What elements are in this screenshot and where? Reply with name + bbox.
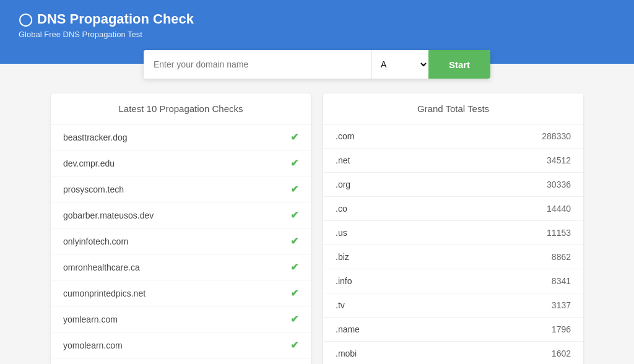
tld-label: .info bbox=[336, 276, 352, 286]
list-item: .net 34512 bbox=[323, 149, 583, 173]
list-item: .us 11153 bbox=[323, 221, 583, 245]
tld-count: 8862 bbox=[552, 252, 571, 262]
status-check-icon: ✔ bbox=[290, 261, 298, 273]
tld-count: 11153 bbox=[547, 228, 571, 238]
status-check-icon: ✔ bbox=[290, 209, 298, 221]
latest-checks-list: beasttracker.dog ✔ dev.cmpr.edu ✔ prosys… bbox=[51, 124, 311, 364]
list-item[interactable]: cumonprintedpics.net ✔ bbox=[51, 280, 311, 306]
globe-icon: ◯ bbox=[19, 12, 32, 27]
tld-count: 1602 bbox=[552, 349, 571, 358]
list-item[interactable]: beasttracker.dog ✔ bbox=[51, 124, 311, 150]
list-item: .co 14440 bbox=[323, 197, 583, 221]
record-type-select[interactable]: A AAAA CNAME MX NS TXT SOA SRV bbox=[371, 50, 428, 79]
list-item[interactable]: yomlearn.com ✔ bbox=[51, 306, 311, 332]
tld-label: .co bbox=[336, 204, 347, 214]
site-title: ◯ DNS Propagation Check bbox=[19, 11, 615, 27]
tld-count: 1796 bbox=[552, 324, 571, 334]
list-item[interactable]: yomolearn.com ✔ bbox=[51, 332, 311, 358]
domain-label: gobarber.mateusos.dev bbox=[63, 210, 154, 220]
status-check-icon: ✔ bbox=[290, 313, 298, 325]
list-item: .tv 3137 bbox=[323, 293, 583, 318]
domain-label: yomolearn.com bbox=[63, 340, 123, 350]
tld-count: 3137 bbox=[552, 300, 571, 310]
domain-label: yomlearn.com bbox=[63, 314, 118, 324]
status-check-icon: ✔ bbox=[290, 235, 298, 247]
tld-label: .us bbox=[336, 228, 347, 238]
start-button[interactable]: Start bbox=[428, 50, 490, 79]
tld-label: .com bbox=[336, 131, 354, 141]
domain-label: omronhealthcare.ca bbox=[63, 262, 140, 272]
list-item[interactable]: prosyscom.tech ✔ bbox=[51, 176, 311, 202]
tld-label: .tv bbox=[336, 300, 345, 310]
list-item[interactable]: omronhealthcare.ca ✔ bbox=[51, 254, 311, 280]
list-item: .mobi 1602 bbox=[323, 342, 583, 364]
list-item: .org 30336 bbox=[323, 173, 583, 197]
tld-count: 34512 bbox=[547, 155, 571, 165]
list-item[interactable]: onlyinfotech.com ✔ bbox=[51, 228, 311, 254]
status-check-icon: ✔ bbox=[290, 183, 298, 195]
tld-count: 30336 bbox=[547, 180, 571, 189]
list-item: .com 288330 bbox=[323, 124, 583, 149]
tld-count: 14440 bbox=[547, 204, 571, 214]
search-bar-wrapper: A AAAA CNAME MX NS TXT SOA SRV Start bbox=[0, 50, 634, 79]
tld-label: .name bbox=[336, 324, 360, 334]
domain-label: beasttracker.dog bbox=[63, 132, 128, 142]
grand-total-list: .com 288330 .net 34512 .org 30336 .co 14… bbox=[323, 124, 583, 364]
status-check-icon: ✔ bbox=[290, 339, 298, 351]
list-item: .biz 8862 bbox=[323, 245, 583, 269]
domain-search-input[interactable] bbox=[144, 50, 371, 79]
main-content: Latest 10 Propagation Checks beasttracke… bbox=[38, 93, 596, 364]
list-item: .info 8341 bbox=[323, 269, 583, 293]
grand-total-title: Grand Total Tests bbox=[323, 93, 583, 124]
latest-checks-title: Latest 10 Propagation Checks bbox=[51, 93, 311, 124]
list-item[interactable]: gobarber.mateusos.dev ✔ bbox=[51, 202, 311, 228]
search-bar: A AAAA CNAME MX NS TXT SOA SRV Start bbox=[144, 50, 490, 79]
tld-count: 8341 bbox=[552, 276, 571, 286]
status-check-icon: ✔ bbox=[290, 131, 298, 143]
domain-label: cumonprintedpics.net bbox=[63, 288, 145, 298]
domain-label: dev.cmpr.edu bbox=[63, 158, 115, 168]
tld-label: .net bbox=[336, 155, 350, 165]
status-check-icon: ✔ bbox=[290, 287, 298, 299]
tld-count: 288330 bbox=[542, 131, 571, 141]
list-item[interactable]: dev.cmpr.edu ✔ bbox=[51, 150, 311, 176]
latest-checks-panel: Latest 10 Propagation Checks beasttracke… bbox=[51, 93, 311, 364]
grand-total-panel: Grand Total Tests .com 288330 .net 34512… bbox=[323, 93, 583, 364]
list-item[interactable]: coworkb.com ✔ bbox=[51, 358, 311, 364]
site-subtitle: Global Free DNS Propagation Test bbox=[19, 30, 615, 39]
site-title-text: DNS Propagation Check bbox=[37, 11, 194, 27]
tld-label: .biz bbox=[336, 252, 349, 262]
tld-label: .org bbox=[336, 180, 350, 189]
tld-label: .mobi bbox=[336, 349, 357, 358]
domain-label: onlyinfotech.com bbox=[63, 236, 128, 246]
list-item: .name 1796 bbox=[323, 318, 583, 342]
status-check-icon: ✔ bbox=[290, 157, 298, 169]
domain-label: prosyscom.tech bbox=[63, 184, 124, 194]
